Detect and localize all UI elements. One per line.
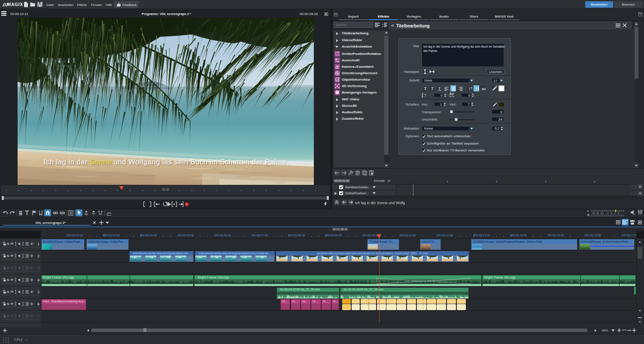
svg-text:T: T [424, 94, 426, 97]
svg-text:T: T [468, 87, 471, 91]
svg-text:T: T [431, 86, 434, 91]
svg-text:3D: 3D [481, 87, 486, 91]
svg-text:Ich lag in der Sonne und Wolfg: Ich lag in der Sonne und Wolfgang las se… [44, 158, 289, 166]
svg-text:T: T [438, 86, 440, 91]
svg-text:T: T [475, 87, 478, 91]
svg-text:T: T [424, 86, 427, 91]
svg-text:AV: AV [449, 92, 454, 96]
